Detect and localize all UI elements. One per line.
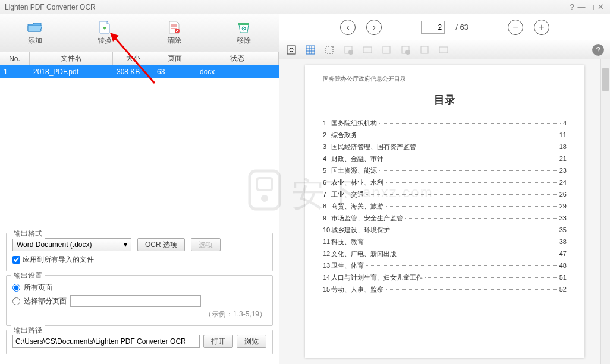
apply-all-checkbox[interactable]: 应用到所有导入的文件 [12,255,266,265]
grid-icon[interactable] [304,44,316,56]
output-path-group: 输出路径 打开 浏览 [6,330,273,354]
open-button[interactable]: 打开 [203,335,233,348]
page-navigation: ‹ › / 63 − + [279,14,610,40]
svg-point-16 [348,50,353,55]
svg-rect-9 [306,46,315,54]
prev-page-button[interactable]: ‹ [340,20,356,35]
svg-point-8 [290,48,293,52]
page-total: / 63 [455,23,468,31]
toc-row: 14人口与计划生育、妇女儿童工作51 [323,273,567,282]
toc-row: 6农业、林业、水利24 [323,178,567,187]
close-icon[interactable]: ✕ [596,2,605,11]
tool9-icon [438,44,449,56]
output-format-group: 输出格式 Word Document (.docx) ▾ OCR 选项 选项 应… [6,233,273,271]
document-preview[interactable]: 国务院办公厅政府信息公开目录 目录 1国务院组织机构42综合政务113国民经济管… [279,59,610,364]
col-name[interactable]: 文件名 [30,52,113,65]
svg-rect-18 [383,46,390,53]
window-title: Lighten PDF Converter OCR [5,3,96,11]
preview-help-icon[interactable]: ? [592,44,604,56]
toc-row: 1国务院组织机构4 [323,119,567,128]
toc-row: 7工业、交通26 [323,190,567,199]
tool8-icon [419,44,430,56]
page-range-hint: （示例：1,3-5,19） [12,309,266,319]
select-pages-radio[interactable]: 选择部分页面 [12,296,67,306]
output-settings-group: 输出设置 所有页面 选择部分页面 （示例：1,3-5,19） [6,275,273,326]
preview-toolbar: ? [279,40,610,59]
folder-open-icon [27,20,43,34]
tool5-icon [361,44,373,56]
toc-row: 8商贸、海关、旅游29 [323,202,567,211]
annotation-arrow [107,30,166,89]
toc-row: 2综合政务11 [323,131,567,140]
maximize-icon[interactable]: ◻ [586,2,596,11]
toc-row: 9市场监管、安全生产监管33 [323,214,567,223]
tool4-icon [342,44,354,56]
selection-icon[interactable] [323,44,335,56]
titlebar: Lighten PDF Converter OCR ? — ◻ ✕ [0,0,610,14]
page-range-input[interactable] [70,295,201,307]
options-button: 选项 [191,238,221,251]
toc-row: 12文化、广电、新闻出版47 [323,249,567,258]
trash-icon [235,20,252,34]
minimize-icon[interactable]: — [577,2,586,11]
svg-rect-7 [287,46,295,54]
tool6-icon [381,44,392,56]
tool7-icon [400,44,411,56]
document-delete-icon [166,20,183,34]
toc-row: 13卫生、体育48 [323,261,567,270]
toc-row: 3国民经济管理、国有资产监管18 [323,143,567,151]
browse-button[interactable]: 浏览 [237,335,266,348]
svg-point-20 [405,50,410,55]
output-path-input[interactable] [12,335,200,348]
ocr-options-button[interactable]: OCR 选项 [137,238,185,251]
next-page-button[interactable]: › [366,20,382,35]
col-no[interactable]: No. [0,52,30,65]
toc-row: 4财政、金融、审计21 [323,154,567,163]
svg-rect-14 [326,46,333,53]
add-button[interactable]: 添加 [0,14,70,52]
document-page: 国务院办公厅政府信息公开目录 目录 1国务院组织机构42综合政务113国民经济管… [305,65,584,358]
toc-row: 5国土资源、能源23 [323,166,567,175]
col-status[interactable]: 状态 [196,52,279,65]
svg-rect-21 [421,46,428,53]
svg-rect-22 [439,47,448,53]
chevron-down-icon: ▾ [124,240,127,249]
fit-page-icon[interactable] [285,44,297,56]
preview-scrollbar[interactable] [600,59,610,364]
zoom-in-button[interactable]: + [534,20,549,35]
help-icon[interactable]: ? [567,2,577,11]
toc-row: 11科技、教育38 [323,238,567,246]
toc-row: 15劳动、人事、监察52 [323,285,567,294]
remove-button[interactable]: 移除 [209,14,278,52]
svg-rect-17 [363,47,372,53]
page-number-input[interactable] [421,21,445,34]
scroll-thumb[interactable] [602,68,609,91]
all-pages-radio[interactable]: 所有页面 [12,283,266,293]
toc-row: 10城乡建设、环境保护35 [323,226,567,235]
format-select[interactable]: Word Document (.docx) ▾ [12,238,131,251]
svg-line-23 [113,36,155,83]
zoom-out-button[interactable]: − [508,20,523,35]
